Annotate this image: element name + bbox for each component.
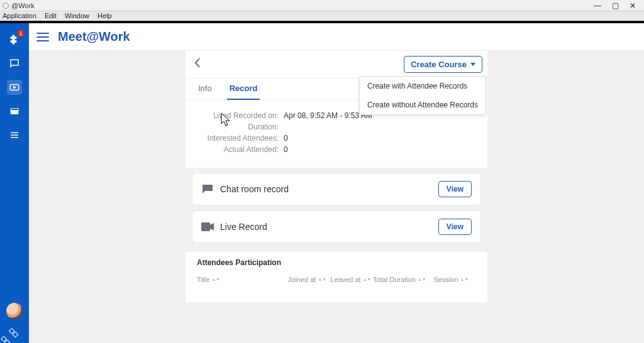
hamburger-menu-button[interactable] bbox=[36, 33, 49, 41]
col-session[interactable]: Session ▲▼ bbox=[433, 276, 476, 283]
app-menubar: Application Edit Window Help bbox=[0, 11, 644, 21]
attendees-table-header: Title ▲▼ Joined at ▲▼ Leaved at ▲▼ bbox=[197, 276, 476, 283]
dropdown-option-without-records[interactable]: Create without Attendee Records bbox=[360, 95, 486, 114]
svg-rect-3 bbox=[201, 222, 210, 231]
attendees-panel: Attendees Participation Title ▲▼ Joined … bbox=[186, 252, 487, 302]
window-maximize-button[interactable]: ▢ bbox=[606, 1, 624, 10]
dropdown-option-with-records[interactable]: Create with Attendee Records bbox=[360, 77, 486, 95]
window-title: @Work bbox=[11, 2, 35, 9]
col-total-duration[interactable]: Total Duration ▲▼ bbox=[373, 276, 434, 283]
duration-label: Duration: bbox=[197, 122, 279, 131]
actual-attended-label: Actual Attended: bbox=[197, 145, 279, 154]
col-leaved-at[interactable]: Leaved at ▲▼ bbox=[330, 276, 373, 283]
window-titlebar: @Work — ▢ ✕ bbox=[0, 0, 644, 11]
user-avatar[interactable] bbox=[6, 303, 23, 319]
app-brand: Meet@Work bbox=[58, 30, 130, 44]
video-icon bbox=[201, 222, 214, 232]
interested-attendees-label: Interested Attendees: bbox=[197, 134, 279, 143]
back-button[interactable] bbox=[191, 58, 204, 71]
live-record-card: Live Record View bbox=[192, 210, 481, 243]
sort-icon: ▲▼ bbox=[318, 278, 326, 281]
sort-icon: ▲▼ bbox=[460, 278, 469, 281]
chevron-down-icon bbox=[470, 63, 475, 66]
col-joined-at[interactable]: Joined at ▲▼ bbox=[288, 276, 331, 283]
sidebar-item-puzzle[interactable]: 1 bbox=[7, 32, 22, 47]
sort-icon: ▲▼ bbox=[418, 278, 426, 281]
col-title[interactable]: Title ▲▼ bbox=[197, 276, 288, 283]
create-course-dropdown: Create with Attendee Records Create with… bbox=[359, 76, 486, 115]
menu-edit[interactable]: Edit bbox=[45, 12, 57, 19]
window-close-button[interactable]: ✕ bbox=[624, 1, 641, 10]
chat-room-record-title: Chat room record bbox=[220, 184, 289, 194]
sort-icon: ▲▼ bbox=[211, 278, 220, 281]
view-live-record-button[interactable]: View bbox=[438, 219, 472, 235]
tab-record[interactable]: Record bbox=[228, 79, 259, 99]
svg-rect-2 bbox=[11, 109, 18, 111]
create-course-button[interactable]: Create Course bbox=[404, 56, 482, 73]
chat-room-record-card: Chat room record View bbox=[192, 173, 481, 205]
sort-icon: ▲▼ bbox=[363, 278, 372, 281]
interested-attendees-value: 0 bbox=[284, 134, 288, 143]
left-sidebar: 1 bbox=[0, 23, 29, 343]
tab-info[interactable]: Info bbox=[197, 79, 213, 99]
app-icon bbox=[3, 3, 9, 9]
create-course-label: Create Course bbox=[411, 60, 467, 69]
sidebar-item-menu[interactable] bbox=[7, 128, 22, 143]
sidebar-apps-icon[interactable] bbox=[6, 324, 22, 340]
panel-header: Create Course Create with Attendee Recor… bbox=[186, 51, 487, 79]
menu-help[interactable]: Help bbox=[97, 12, 112, 19]
view-chat-record-button[interactable]: View bbox=[438, 181, 472, 197]
menu-application[interactable]: Application bbox=[3, 12, 36, 19]
actual-attended-value: 0 bbox=[284, 145, 288, 154]
notification-badge: 1 bbox=[17, 30, 25, 37]
sidebar-item-card[interactable] bbox=[7, 104, 22, 119]
menu-window[interactable]: Window bbox=[65, 12, 89, 19]
window-minimize-button[interactable]: — bbox=[589, 1, 606, 10]
attendees-title: Attendees Participation bbox=[197, 258, 476, 267]
recorded-on-label: Lived Recorded on: bbox=[197, 111, 279, 120]
sidebar-item-video[interactable] bbox=[7, 80, 22, 95]
top-bar: Meet@Work bbox=[29, 23, 644, 51]
chat-icon bbox=[201, 184, 214, 194]
sidebar-item-chat[interactable] bbox=[7, 56, 22, 71]
live-record-title: Live Record bbox=[220, 222, 267, 232]
